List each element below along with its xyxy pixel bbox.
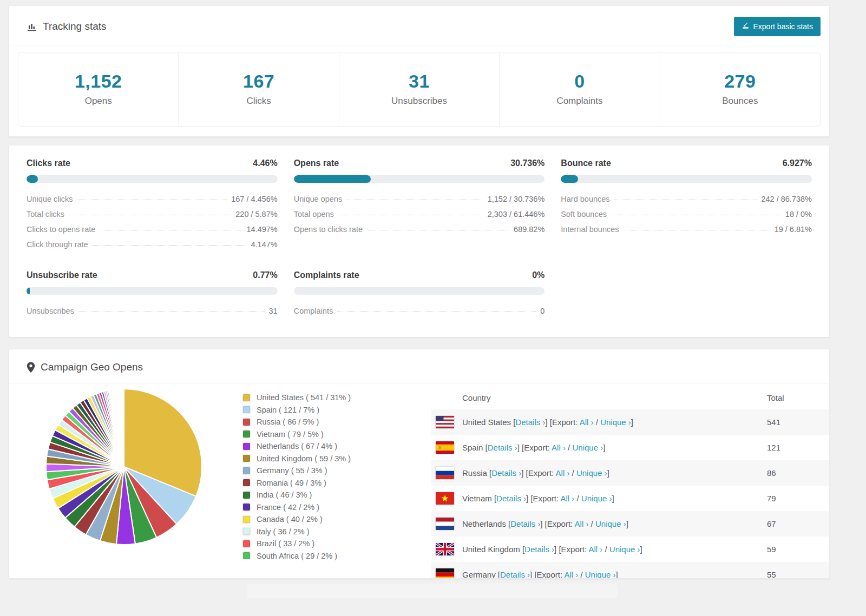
rate-detail-row: Click through rate 4.147% — [27, 240, 278, 249]
stat-label: Clicks — [179, 96, 338, 107]
rate-detail-value: 18 / 0% — [785, 210, 812, 218]
export-unique-link[interactable]: Unique › — [595, 519, 626, 528]
export-all-link[interactable]: All › — [580, 418, 594, 427]
rate-rows: Unique opens 1,152 / 30.736% Total opens… — [294, 195, 545, 234]
background-panel-edge — [247, 584, 618, 598]
legend-label: Spain ( 121 / 7% ) — [257, 406, 319, 414]
export-unique-link[interactable]: Unique › — [585, 570, 616, 579]
rate-detail-label: Total clicks — [27, 210, 64, 218]
rates-grid: Clicks rate 4.46% Unique clicks 167 / 4.… — [27, 158, 812, 315]
export-all-link[interactable]: All › — [575, 519, 589, 528]
rate-title: Unsubscribe rate — [27, 270, 97, 280]
export-unique-link[interactable]: Unique › — [609, 545, 640, 554]
details-link[interactable]: Details › — [524, 545, 554, 554]
legend-swatch — [243, 443, 250, 450]
details-link[interactable]: Details › — [500, 570, 530, 579]
legend-item: Russia ( 86 / 5% ) — [243, 418, 398, 426]
legend-swatch — [243, 467, 250, 474]
stat-cell: 279 Bounces — [660, 52, 820, 126]
geo-table-body: United States [Details ›] [Export: All ›… — [431, 409, 829, 579]
table-row: Spain [Details ›] [Export: All › / Uniqu… — [431, 435, 829, 460]
export-unique-link[interactable]: Unique › — [581, 494, 612, 503]
export-unique-link[interactable]: Unique › — [600, 418, 631, 427]
rate-detail-row: Complaints 0 — [294, 307, 545, 315]
country-flag-icon — [436, 543, 454, 555]
export-basic-stats-button[interactable]: Export basic stats — [734, 17, 821, 36]
legend-item: Vietnam ( 79 / 5% ) — [243, 430, 398, 439]
geo-legend: United States ( 541 / 31% ) Spain ( 121 … — [243, 393, 398, 579]
stat-value: 1,152 — [18, 71, 178, 92]
bar-chart-icon — [27, 21, 37, 32]
export-unique-link[interactable]: Unique › — [572, 443, 603, 452]
legend-swatch — [243, 528, 250, 535]
export-all-link[interactable]: All › — [560, 494, 574, 503]
rate-detail-row: Unique clicks 167 / 4.456% — [27, 195, 278, 203]
dotted-leader — [337, 312, 536, 312]
rate-detail-label: Total opens — [294, 210, 334, 218]
rate-card: Complaints rate 0% Complaints 0 — [294, 270, 545, 315]
legend-swatch — [243, 394, 250, 401]
stat-cell: 0 Complaints — [500, 52, 660, 126]
rate-detail-value: 19 / 6.81% — [775, 225, 812, 234]
rate-detail-value: 0 — [540, 307, 544, 315]
rate-detail-value: 2,303 / 61.446% — [488, 210, 545, 218]
geo-pie-wrap — [44, 387, 206, 579]
export-all-link[interactable]: All › — [564, 570, 578, 579]
details-link[interactable]: Details › — [491, 468, 521, 478]
table-row: Netherlands [Details ›] [Export: All › /… — [431, 511, 829, 536]
rate-head: Clicks rate 4.46% — [27, 158, 278, 168]
rate-detail-row: Unique opens 1,152 / 30.736% — [294, 195, 545, 203]
geo-header: Campaign Geo Opens — [9, 349, 829, 383]
rate-detail-row: Total opens 2,303 / 61.446% — [294, 210, 545, 218]
legend-label: South Africa ( 29 / 2% ) — [257, 552, 337, 560]
country-links: United States [Details ›] [Export: All ›… — [462, 418, 633, 427]
country-cell: Russia [Details ›] [Export: All › / Uniq… — [431, 467, 767, 479]
legend-item: Spain ( 121 / 7% ) — [243, 406, 398, 414]
dotted-leader — [367, 230, 509, 230]
country-flag-icon — [436, 467, 454, 479]
legend-swatch — [243, 540, 250, 547]
export-unique-link[interactable]: Unique › — [576, 468, 607, 478]
export-all-link[interactable]: All › — [556, 468, 570, 478]
legend-swatch — [243, 430, 250, 438]
country-cell: United States [Details ›] [Export: All ›… — [431, 416, 767, 428]
details-link[interactable]: Details › — [510, 519, 540, 528]
total-column-header: Total — [767, 393, 829, 402]
rate-card: Bounce rate 6.927% Hard bounces 242 / 86… — [561, 158, 812, 249]
rate-detail-label: Click through rate — [27, 240, 88, 249]
dotted-leader — [611, 215, 781, 215]
table-row: Germany [Details ›] [Export: All › / Uni… — [431, 562, 829, 579]
export-all-link[interactable]: All › — [552, 443, 566, 452]
country-links: Spain [Details ›] [Export: All › / Uniqu… — [462, 443, 605, 452]
rate-detail-label: Internal bounces — [561, 225, 619, 234]
rate-progress-fill — [294, 175, 371, 183]
details-link[interactable]: Details › — [515, 418, 545, 427]
country-column-header: Country — [431, 393, 767, 402]
rate-value: 0.77% — [253, 270, 277, 280]
rate-detail-row: Internal bounces 19 / 6.81% — [561, 225, 812, 234]
details-link[interactable]: Details › — [488, 443, 517, 452]
stat-cell: 1,152 Opens — [18, 52, 179, 126]
legend-item: Canada ( 40 / 2% ) — [243, 515, 398, 524]
stat-label: Opens — [18, 96, 178, 107]
details-link[interactable]: Details › — [496, 494, 526, 503]
stats-summary: 1,152 Opens 167 Clicks 31 Unsubscribes 0… — [18, 52, 821, 127]
country-cell: United Kingdom [Details ›] [Export: All … — [431, 543, 767, 555]
country-cell: Netherlands [Details ›] [Export: All › /… — [431, 518, 767, 530]
rate-detail-value: 31 — [269, 307, 278, 315]
table-row: Russia [Details ›] [Export: All › / Uniq… — [431, 460, 829, 486]
rate-detail-label: Unsubscribes — [27, 307, 74, 315]
stat-value: 279 — [660, 71, 820, 92]
rate-detail-label: Unique opens — [294, 195, 343, 203]
geo-pie-chart — [44, 387, 204, 547]
total-cell: 79 — [767, 494, 829, 503]
export-all-link[interactable]: All › — [588, 545, 602, 554]
dotted-leader — [69, 215, 231, 215]
rate-detail-value: 14.497% — [246, 225, 277, 234]
total-cell: 59 — [767, 545, 829, 554]
legend-swatch — [243, 419, 250, 426]
dotted-leader — [624, 230, 770, 230]
country-cell: Vietnam [Details ›] [Export: All › / Uni… — [431, 492, 767, 505]
country-links: United Kingdom [Details ›] [Export: All … — [462, 545, 642, 554]
rate-rows: Hard bounces 242 / 86.738% Soft bounces … — [561, 195, 812, 234]
